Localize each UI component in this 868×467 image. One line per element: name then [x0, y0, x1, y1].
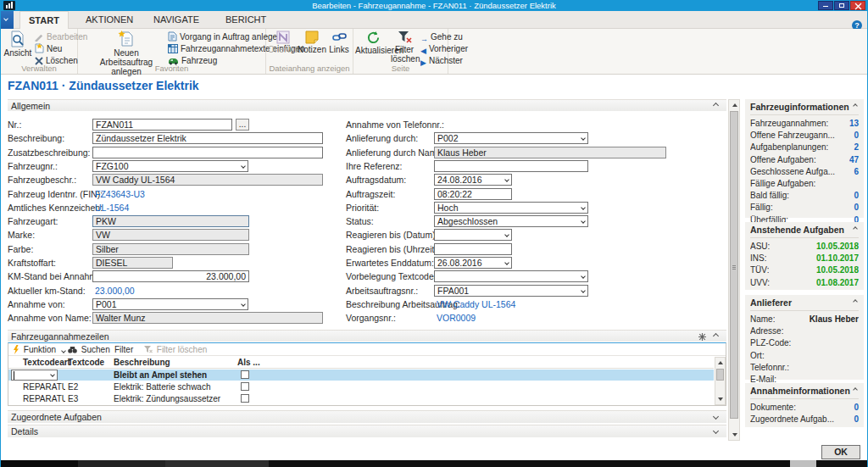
scroll-up-icon[interactable] — [718, 361, 723, 364]
col-textcode[interactable]: Textcode — [68, 358, 104, 367]
anlieferung-durch-select[interactable]: P002 — [434, 132, 588, 144]
grid-settings-icon[interactable] — [698, 333, 706, 341]
aktueller-km-link[interactable]: 23.000,00 — [95, 286, 135, 296]
factbox-title[interactable]: Anlieferer — [750, 297, 859, 311]
prioritaet-label: Priorität: — [346, 203, 379, 213]
factbox-title[interactable]: Annahmeinformationen — [750, 386, 859, 399]
section-zeilen-header[interactable]: Fahrzeugannahmezeilen — [8, 330, 726, 342]
table-row[interactable]: REPARATUR... E3 Elektrik: Zündungsausset… — [8, 393, 714, 404]
enddatum-select[interactable]: 26.08.2016 — [434, 257, 512, 269]
factbox-title[interactable]: Fahrzeuginformationen — [750, 102, 859, 115]
minimize-button[interactable] — [818, 1, 833, 10]
vorheriger-button[interactable]: ◀Vorheriger — [420, 43, 468, 54]
collapse-chevron-icon[interactable] — [713, 103, 719, 108]
chevron-down-icon — [50, 372, 55, 377]
notizen-button[interactable]: Notizen — [298, 31, 326, 54]
factbox-title[interactable]: Anstehende Aufgaben — [750, 225, 859, 238]
referenz-input[interactable] — [434, 160, 588, 172]
collapse-chevron-icon[interactable] — [853, 299, 858, 304]
aktueller-km-label: Aktueller km-Stand: — [8, 286, 86, 296]
vorgangsnr-link[interactable]: VOR0009 — [437, 313, 476, 323]
reagieren-uhrzeit-input[interactable] — [434, 243, 512, 255]
col-beschreibung[interactable]: Beschreibung — [114, 358, 170, 367]
close-button[interactable] — [850, 1, 865, 10]
expand-chevron-icon[interactable] — [713, 414, 719, 420]
drilldown-value[interactable]: 6 — [854, 166, 859, 178]
als-checkbox[interactable] — [241, 394, 249, 403]
text-caret — [14, 371, 14, 380]
filter-loeschen-button[interactable]: Filter löschen — [391, 31, 418, 64]
grid-filter-loeschen-button[interactable]: Filter löschen — [144, 344, 207, 355]
collapse-chevron-icon[interactable] — [853, 387, 858, 392]
restore-button[interactable] — [834, 1, 849, 10]
auftragsdatum-select[interactable]: 24.08.2016 — [434, 174, 512, 186]
auftragszeit-input[interactable]: 08:20:22 — [434, 188, 512, 200]
links-button[interactable]: Links — [326, 31, 352, 54]
beschreibung-input[interactable]: Zündaussetzer Elektrik — [92, 132, 323, 144]
textcodeart-cell-combo[interactable] — [11, 370, 58, 381]
col-textcodeart[interactable]: Textcodeart — [23, 358, 70, 367]
table-row[interactable]: Bleibt an Ampel stehen — [8, 370, 714, 381]
scrollbar-thumb[interactable] — [716, 369, 724, 381]
reagieren-datum-select[interactable] — [434, 229, 512, 241]
anlieferung-name-field: Klaus Heber — [434, 147, 666, 158]
gehe-zu-button[interactable]: →Gehe zu — [420, 31, 463, 42]
tab-bericht[interactable]: BERICHT — [217, 11, 275, 29]
col-als[interactable]: Als ... — [237, 358, 260, 367]
aktualisieren-button[interactable]: Aktualisieren — [355, 31, 391, 55]
tab-aktionen[interactable]: AKTIONEN — [77, 11, 142, 29]
collapse-chevron-icon[interactable] — [853, 103, 858, 108]
drilldown-value[interactable]: 0 — [854, 130, 859, 142]
table-row[interactable]: REPARATUR... E2 Elektrik: Batterie schwa… — [8, 381, 714, 392]
zusatzbeschreibung-input[interactable] — [92, 147, 323, 158]
collapse-chevron-icon[interactable] — [853, 226, 858, 231]
vorbelegung-select[interactable] — [434, 270, 588, 282]
collapse-chevron-icon[interactable] — [713, 333, 719, 339]
drilldown-value[interactable]: 2 — [854, 142, 859, 153]
onenote-button[interactable]: OneNote — [268, 31, 298, 54]
nr-assist-button[interactable]: ... — [236, 119, 249, 131]
scroll-down-icon[interactable] — [718, 398, 723, 401]
status-select[interactable]: Abgeschlossen — [434, 215, 588, 227]
fin-link[interactable]: FZ43643-U3 — [95, 189, 145, 199]
vorgang-in-auftrag-button[interactable]: Vorgang in Auftrag anlegen — [168, 31, 282, 42]
beschreibung-arbeitsauftrag-link[interactable]: VW Caddy UL-1564 — [437, 299, 515, 309]
funktion-menu-button[interactable]: Funktion — [13, 344, 65, 355]
drilldown-value[interactable]: 0 — [854, 402, 859, 414]
drilldown-value[interactable]: 13 — [849, 118, 859, 130]
section-details[interactable]: Details — [8, 425, 726, 437]
tab-navigate[interactable]: NAVIGATE — [145, 11, 208, 29]
factbox-fahrzeuginformationen: Fahrzeuginformationen Fahrzeugannahmen:1… — [745, 99, 864, 218]
annahme-von-select[interactable]: P001 — [92, 298, 248, 310]
annahme-von-name-field: Walter Munz — [92, 312, 323, 324]
drilldown-value[interactable]: 0 — [854, 190, 859, 202]
scroll-down-icon[interactable] — [732, 433, 737, 436]
arbeitsauftragsnr-select[interactable]: FPA001 — [434, 285, 588, 297]
table-scrollbar[interactable] — [715, 357, 726, 405]
nr-input[interactable]: FZAN011 — [92, 119, 232, 131]
drilldown-value[interactable]: 0 — [854, 202, 859, 214]
als-checkbox[interactable] — [241, 382, 249, 391]
expand-chevron-icon[interactable] — [713, 428, 719, 434]
auftragsdatum-label: Auftragsdatum: — [346, 175, 406, 185]
ansicht-button[interactable]: Ansicht — [3, 31, 32, 58]
km-stand-input[interactable]: 23.000,00 — [92, 270, 249, 282]
drilldown-value[interactable]: 47 — [849, 154, 859, 166]
als-checkbox[interactable] — [241, 370, 249, 379]
scrollbar-thumb[interactable] — [730, 111, 738, 419]
scroll-up-icon[interactable] — [732, 103, 737, 107]
fahrzeugnr-select[interactable]: FZG100 — [92, 160, 248, 172]
tab-start[interactable]: START — [19, 11, 69, 29]
section-zugeordnete-aufgaben[interactable]: Zugeordnete Aufgaben — [8, 410, 726, 423]
fin-label: Fahrzeug Identnr. (FIN): — [8, 189, 103, 199]
drilldown-value[interactable]: 0 — [854, 414, 859, 425]
neu-button[interactable]: Neu — [35, 43, 62, 54]
ok-button[interactable]: OK — [821, 445, 860, 459]
suchen-button[interactable]: Suchen — [68, 344, 110, 355]
prioritaet-select[interactable]: Hoch — [434, 202, 588, 214]
application-menu-button[interactable] — [1, 11, 14, 29]
kennzeichen-link[interactable]: UL-1564 — [95, 203, 129, 213]
main-scrollbar[interactable] — [728, 99, 740, 441]
section-allgemein-header[interactable]: Allgemein — [8, 99, 726, 111]
filter-button[interactable]: Filter — [114, 344, 133, 355]
